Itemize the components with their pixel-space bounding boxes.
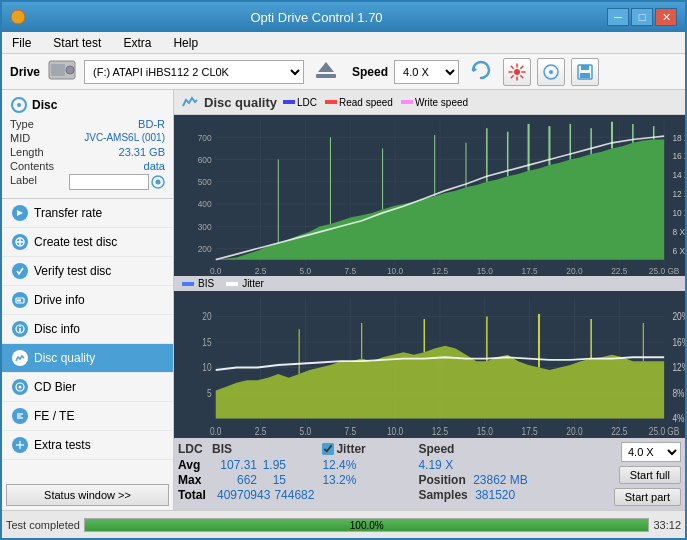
jitter-col-header: Jitter [336,442,365,456]
max-jitter-val: 13.2% [322,473,356,487]
title-bar: Opti Drive Control 1.70 ─ □ ✕ [2,2,685,32]
max-label: Max [178,473,213,487]
fe-te-icon [12,408,28,424]
cd-bier-label: CD Bier [34,380,76,394]
window: Opti Drive Control 1.70 ─ □ ✕ File Start… [0,0,687,540]
svg-text:600: 600 [198,155,212,165]
drive-selector[interactable]: (F:) ATAPI iHBS112 2 CL0K [84,60,304,84]
svg-text:16%: 16% [672,337,685,348]
svg-text:12.5: 12.5 [432,427,448,438]
menu-file[interactable]: File [6,34,37,52]
start-full-button[interactable]: Start full [619,466,681,484]
speed-selector[interactable]: 4.0 X [394,60,459,84]
max-bis-val: 15 [261,473,286,487]
menu-extra[interactable]: Extra [117,34,157,52]
svg-text:5.0: 5.0 [300,427,312,438]
svg-text:14 X: 14 X [672,170,685,180]
top-chart: 700 600 500 400 300 200 18 X 16 X 14 X 1… [174,115,685,276]
position-label: Position [418,473,465,487]
disc-contents-row: Contents data [10,160,165,172]
disc-quality-label: Disc quality [34,351,95,365]
minimize-button[interactable]: ─ [607,8,629,26]
disc-quality-header-icon [182,94,198,110]
window-title: Opti Drive Control 1.70 [26,10,607,25]
disc-label-input[interactable] [69,174,149,190]
svg-text:25.0 GB: 25.0 GB [649,266,680,276]
time-text: 33:12 [653,519,681,531]
svg-text:7.5: 7.5 [344,266,356,276]
svg-text:12%: 12% [672,363,685,374]
sidebar-nav: Transfer rate Create test disc Verify te… [2,199,173,480]
status-bar: Test completed 100.0% 33:12 [2,510,685,538]
sidebar-item-cd-bier[interactable]: CD Bier [2,373,173,402]
disc-label-label: Label [10,174,37,190]
menu-help[interactable]: Help [167,34,204,52]
legend-ldc: LDC [283,97,317,108]
refresh-icon[interactable] [469,58,493,85]
fe-te-label: FE / TE [34,409,74,423]
disc-icon[interactable] [537,58,565,86]
svg-text:12.5: 12.5 [432,266,448,276]
legend-top: LDC Read speed Write speed [283,97,468,108]
disc-mid-row: MID JVC-AMS6L (001) [10,132,165,144]
disc-contents-value: data [144,160,165,172]
svg-marker-5 [318,62,334,72]
jitter-checkbox[interactable] [322,443,334,455]
sidebar-item-drive-info[interactable]: Drive info [2,286,173,315]
sidebar-item-transfer-rate[interactable]: Transfer rate [2,199,173,228]
ldc-col: LDC BIS Avg 107.31 1.95 Max 662 15 Tot [178,442,314,502]
svg-text:17.5: 17.5 [522,266,538,276]
disc-label-row: Label [10,174,165,190]
ldc-col-header: LDC [178,442,208,456]
read-speed-color [325,100,337,104]
disc-type-value: BD-R [138,118,165,130]
title-bar-icon [10,9,26,25]
transfer-rate-label: Transfer rate [34,206,102,220]
svg-text:0.0: 0.0 [210,427,222,438]
bis-label: BIS [198,278,214,289]
sidebar-item-verify-test-disc[interactable]: Verify test disc [2,257,173,286]
svg-text:15: 15 [202,337,211,348]
settings-icon[interactable] [503,58,531,86]
svg-point-27 [19,386,22,389]
status-window-button[interactable]: Status window >> [6,484,169,506]
sidebar-item-extra-tests[interactable]: Extra tests [2,431,173,460]
svg-text:0.0: 0.0 [210,266,222,276]
disc-length-label: Length [10,146,44,158]
svg-rect-2 [51,64,65,76]
disc-quality-header: Disc quality LDC Read speed Write speed [174,90,685,115]
verify-test-disc-icon [12,263,28,279]
svg-text:16 X: 16 X [672,151,685,161]
svg-text:20%: 20% [672,312,685,323]
eject-icon[interactable] [314,58,338,85]
max-ldc-val: 662 [217,473,257,487]
sidebar-item-fe-te[interactable]: FE / TE [2,402,173,431]
jitter-speed-col: Jitter 12.4% 13.2% [322,442,402,488]
disc-info-panel: Disc Type BD-R MID JVC-AMS6L (001) Lengt… [2,90,173,199]
write-speed-color [401,100,413,104]
bis-col-header: BIS [212,442,242,456]
transfer-rate-icon [12,205,28,221]
title-bar-controls: ─ □ ✕ [607,8,677,26]
disc-info-label: Disc info [34,322,80,336]
svg-text:25.0 GB: 25.0 GB [649,427,680,438]
sidebar-item-disc-info[interactable]: Disc info [2,315,173,344]
save-icon[interactable] [571,58,599,86]
start-part-button[interactable]: Start part [614,488,681,506]
test-speed-dropdown[interactable]: 4.0 X [621,442,681,462]
avg-label: Avg [178,458,213,472]
legend-read-speed: Read speed [325,97,393,108]
legend-jitter: Jitter [226,278,264,289]
sidebar-item-disc-quality[interactable]: Disc quality [2,344,173,373]
total-label: Total [178,488,213,502]
avg-ldc-val: 107.31 [217,458,257,472]
main-layout: Disc Type BD-R MID JVC-AMS6L (001) Lengt… [2,90,685,510]
svg-text:2.5: 2.5 [255,266,267,276]
maximize-button[interactable]: □ [631,8,653,26]
ldc-color [283,100,295,104]
close-button[interactable]: ✕ [655,8,677,26]
bis-color [182,282,194,286]
sidebar-item-create-test-disc[interactable]: Create test disc [2,228,173,257]
menu-start-test[interactable]: Start test [47,34,107,52]
disc-length-value: 23.31 GB [119,146,165,158]
